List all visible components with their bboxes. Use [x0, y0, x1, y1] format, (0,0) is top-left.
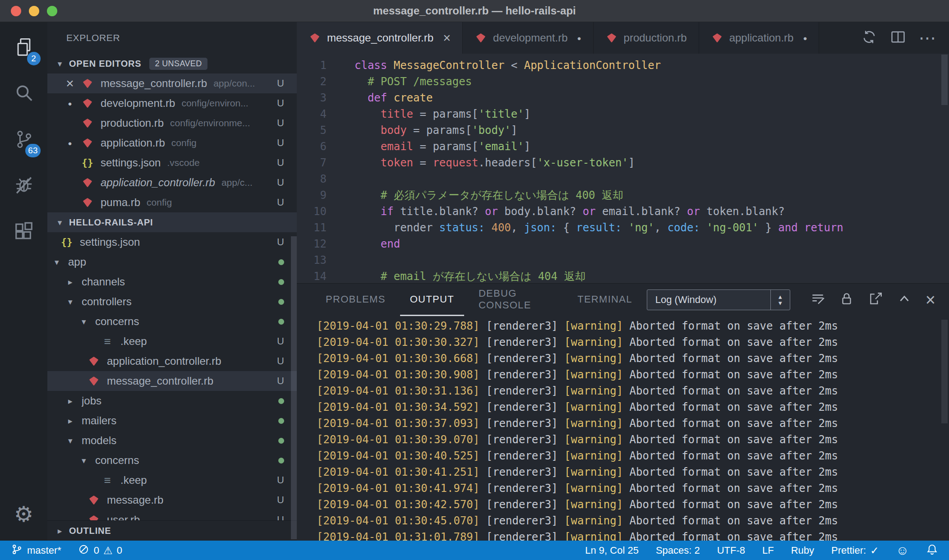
close-window-button[interactable] [11, 6, 21, 16]
tree-item[interactable]: ▾controllers [47, 292, 297, 312]
code-line[interactable]: 5 body = params['body'] [297, 122, 949, 138]
close-icon[interactable]: × [60, 76, 80, 91]
formatter-item[interactable]: Prettier: ✓ [831, 545, 879, 556]
log-line[interactable]: [2019-04-01 01:30:40.525] [renderer3] [w… [317, 448, 949, 464]
log-line[interactable]: [2019-04-01 01:30:41.251] [renderer3] [w… [317, 464, 949, 480]
log-line[interactable]: [2019-04-01 01:30:41.974] [renderer3] [w… [317, 480, 949, 496]
panel-tab-terminal[interactable]: TERMINAL [567, 284, 642, 316]
editor-scrollbar[interactable] [941, 55, 948, 105]
code-line[interactable]: 2 # POST /messages [297, 73, 949, 90]
editor-tab[interactable]: production.rb [594, 22, 699, 54]
code-editor[interactable]: 1class MessageController < ApplicationCo… [297, 54, 949, 283]
code-line[interactable]: 10 if title.blank? or body.blank? or ema… [297, 203, 949, 220]
open-editor-item[interactable]: application_controller.rbapp/c...U [47, 173, 297, 193]
debug-view-button[interactable] [9, 172, 39, 201]
code-text: render status: 400, json: { result: 'ng'… [342, 220, 843, 236]
tree-item[interactable]: ≡.keepU [47, 470, 297, 490]
eol-item[interactable]: LF [762, 545, 774, 556]
open-editor-item[interactable]: production.rbconfig/environme...U [47, 113, 297, 133]
code-line[interactable]: 14 # email が存在しない場合は 404 返却 [297, 268, 949, 283]
sync-icon[interactable] [861, 29, 877, 47]
indentation-item[interactable]: Spaces: 2 [656, 545, 700, 556]
tree-item[interactable]: application_controller.rbU [47, 351, 297, 371]
code-line[interactable]: 13 [297, 252, 949, 268]
minimize-window-button[interactable] [29, 6, 39, 16]
code-line[interactable]: 4 title = params['title'] [297, 106, 949, 122]
log-line[interactable]: [2019-04-01 01:31:01.789] [renderer3] [w… [317, 529, 949, 541]
tree-item[interactable]: ▸mailers [47, 411, 297, 431]
panel-tab-output[interactable]: OUTPUT [400, 284, 464, 316]
code-line[interactable]: 8 [297, 171, 949, 187]
explorer-view-button[interactable]: 2 [9, 34, 39, 63]
editor-tab[interactable]: development.rb● [463, 22, 594, 54]
search-view-button[interactable] [9, 80, 39, 109]
log-line[interactable]: [2019-04-01 01:30:30.668] [renderer3] [w… [317, 350, 949, 367]
open-log-file-icon[interactable] [868, 291, 883, 308]
source-control-view-button[interactable]: 63 [9, 126, 39, 155]
open-editors-header[interactable]: ▾ OPEN EDITORS 2 UNSAVED [47, 54, 297, 73]
tree-item[interactable]: ▾concerns [47, 450, 297, 470]
log-line[interactable]: [2019-04-01 01:30:34.592] [renderer3] [w… [317, 399, 949, 415]
scroll-lock-icon[interactable] [839, 291, 854, 308]
output-channel-select[interactable]: Log (Window) ▴▾ [647, 289, 790, 310]
git-branch-item[interactable]: master* [11, 543, 61, 558]
project-header[interactable]: ▾ HELLO-RAILS-API [47, 212, 297, 232]
open-editor-item[interactable]: ×message_controller.rbapp/con...U [47, 73, 297, 93]
cursor-position-item[interactable]: Ln 9, Col 25 [585, 545, 639, 556]
log-line[interactable]: [2019-04-01 01:30:31.136] [renderer3] [w… [317, 383, 949, 399]
log-line[interactable]: [2019-04-01 01:30:29.788] [renderer3] [w… [317, 318, 949, 334]
tab-bar: message_controller.rb×development.rb●pro… [297, 22, 949, 54]
tree-item[interactable]: ▸channels [47, 272, 297, 292]
clear-output-icon[interactable] [810, 291, 825, 308]
code-line[interactable]: 3 def create [297, 90, 949, 106]
tab-strip: message_controller.rb×development.rb●pro… [297, 22, 819, 54]
tree-item[interactable]: user.rbU [47, 510, 297, 520]
open-editor-item[interactable]: ●development.rbconfig/environ...U [47, 93, 297, 113]
code-line[interactable]: 1class MessageController < ApplicationCo… [297, 57, 949, 73]
tree-item[interactable]: message.rbU [47, 490, 297, 510]
code-line[interactable]: 11 render status: 400, json: { result: '… [297, 220, 949, 236]
log-line[interactable]: [2019-04-01 01:30:30.327] [renderer3] [w… [317, 334, 949, 350]
notifications-bell-button[interactable] [926, 543, 938, 558]
close-icon[interactable]: × [443, 31, 451, 46]
encoding-item[interactable]: UTF-8 [717, 545, 745, 556]
tree-item[interactable]: message_controller.rbU [47, 371, 297, 391]
settings-gear-button[interactable]: ⚙ [9, 500, 39, 529]
maximize-panel-icon[interactable] [897, 291, 912, 308]
split-editor-icon[interactable] [890, 29, 906, 47]
code-line[interactable]: 7 token = request.headers['x-user-token'… [297, 155, 949, 171]
open-editor-item[interactable]: puma.rbconfigU [47, 193, 297, 212]
extensions-view-button[interactable] [9, 218, 39, 247]
log-level: [warning] [564, 417, 630, 430]
open-editor-item[interactable]: ●application.rbconfigU [47, 133, 297, 153]
panel-tab-debug-console[interactable]: DEBUG CONSOLE [469, 284, 563, 316]
problems-item[interactable]: 0 ⚠ 0 [78, 543, 122, 558]
log-line[interactable]: [2019-04-01 01:30:37.093] [renderer3] [w… [317, 415, 949, 431]
panel-tab-problems[interactable]: PROBLEMS [316, 284, 396, 316]
output-log[interactable]: [2019-04-01 01:30:29.788] [renderer3] [w… [297, 316, 949, 541]
tree-item[interactable]: ▾models [47, 431, 297, 450]
tree-item[interactable]: ▸jobs [47, 391, 297, 411]
log-line[interactable]: [2019-04-01 01:30:42.570] [renderer3] [w… [317, 496, 949, 513]
outline-header[interactable]: ▸ OUTLINE [47, 520, 297, 541]
editor-tab[interactable]: message_controller.rb× [297, 22, 463, 54]
more-actions-icon[interactable]: ⋯ [919, 29, 936, 46]
tree-item[interactable]: ≡.keepU [47, 331, 297, 351]
code-line[interactable]: 6 email = params['email'] [297, 138, 949, 155]
code-line[interactable]: 12 end [297, 236, 949, 252]
tree-item[interactable]: ▾concerns [47, 312, 297, 331]
panel-scrollbar[interactable] [941, 320, 948, 423]
log-line[interactable]: [2019-04-01 01:30:30.908] [renderer3] [w… [317, 367, 949, 383]
sidebar-scrollbar[interactable] [291, 236, 297, 539]
editor-tab[interactable]: application.rb● [699, 22, 820, 54]
language-mode-item[interactable]: Ruby [791, 545, 814, 556]
close-panel-icon[interactable]: × [926, 291, 935, 308]
log-line[interactable]: [2019-04-01 01:30:45.070] [renderer3] [w… [317, 513, 949, 529]
tree-item[interactable]: ▾app [47, 252, 297, 272]
feedback-smiley-button[interactable]: ☺ [896, 544, 909, 557]
open-editor-item[interactable]: {}settings.json.vscodeU [47, 153, 297, 173]
tree-item[interactable]: {}settings.jsonU [47, 232, 297, 252]
zoom-window-button[interactable] [47, 6, 57, 16]
log-line[interactable]: [2019-04-01 01:30:39.070] [renderer3] [w… [317, 431, 949, 448]
code-line[interactable]: 9 # 必須パラメータが存在しない場合は 400 返却 [297, 187, 949, 203]
